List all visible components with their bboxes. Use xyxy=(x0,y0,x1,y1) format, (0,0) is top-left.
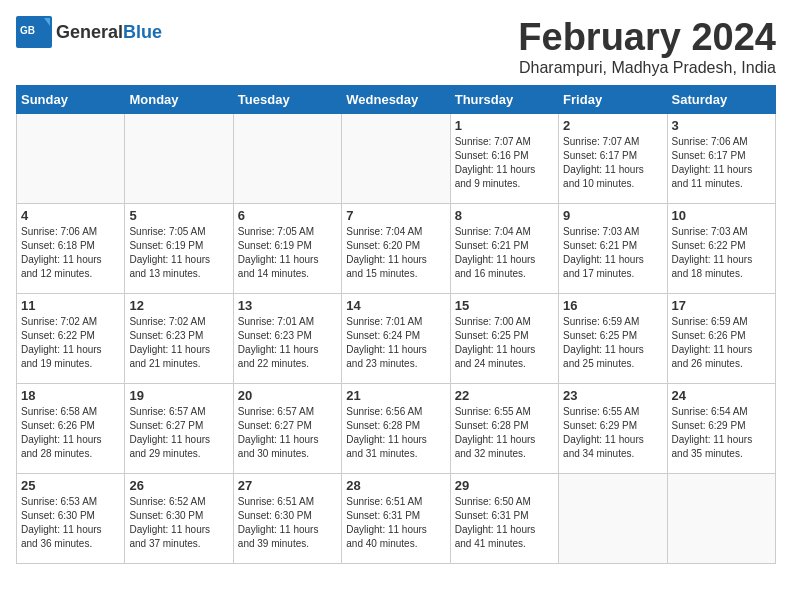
calendar-day-cell: 29Sunrise: 6:50 AM Sunset: 6:31 PM Dayli… xyxy=(450,474,558,564)
calendar-week-row: 25Sunrise: 6:53 AM Sunset: 6:30 PM Dayli… xyxy=(17,474,776,564)
day-info: Sunrise: 7:07 AM Sunset: 6:17 PM Dayligh… xyxy=(563,135,662,191)
day-number: 9 xyxy=(563,208,662,223)
calendar-week-row: 1Sunrise: 7:07 AM Sunset: 6:16 PM Daylig… xyxy=(17,114,776,204)
weekday-header-cell: Wednesday xyxy=(342,86,450,114)
day-info: Sunrise: 6:51 AM Sunset: 6:31 PM Dayligh… xyxy=(346,495,445,551)
day-number: 7 xyxy=(346,208,445,223)
day-number: 2 xyxy=(563,118,662,133)
calendar-day-cell: 15Sunrise: 7:00 AM Sunset: 6:25 PM Dayli… xyxy=(450,294,558,384)
calendar-day-cell: 8Sunrise: 7:04 AM Sunset: 6:21 PM Daylig… xyxy=(450,204,558,294)
calendar-day-cell xyxy=(233,114,341,204)
day-number: 3 xyxy=(672,118,771,133)
day-info: Sunrise: 6:57 AM Sunset: 6:27 PM Dayligh… xyxy=(129,405,228,461)
calendar-day-cell: 4Sunrise: 7:06 AM Sunset: 6:18 PM Daylig… xyxy=(17,204,125,294)
weekday-header-cell: Thursday xyxy=(450,86,558,114)
weekday-header-cell: Friday xyxy=(559,86,667,114)
day-number: 19 xyxy=(129,388,228,403)
day-number: 4 xyxy=(21,208,120,223)
calendar-week-row: 4Sunrise: 7:06 AM Sunset: 6:18 PM Daylig… xyxy=(17,204,776,294)
day-number: 21 xyxy=(346,388,445,403)
day-number: 23 xyxy=(563,388,662,403)
day-info: Sunrise: 6:55 AM Sunset: 6:28 PM Dayligh… xyxy=(455,405,554,461)
day-number: 15 xyxy=(455,298,554,313)
day-info: Sunrise: 7:03 AM Sunset: 6:22 PM Dayligh… xyxy=(672,225,771,281)
calendar-day-cell xyxy=(125,114,233,204)
calendar-day-cell: 19Sunrise: 6:57 AM Sunset: 6:27 PM Dayli… xyxy=(125,384,233,474)
day-number: 16 xyxy=(563,298,662,313)
calendar-day-cell: 6Sunrise: 7:05 AM Sunset: 6:19 PM Daylig… xyxy=(233,204,341,294)
calendar-day-cell: 27Sunrise: 6:51 AM Sunset: 6:30 PM Dayli… xyxy=(233,474,341,564)
day-info: Sunrise: 6:59 AM Sunset: 6:26 PM Dayligh… xyxy=(672,315,771,371)
day-number: 1 xyxy=(455,118,554,133)
day-number: 26 xyxy=(129,478,228,493)
day-number: 22 xyxy=(455,388,554,403)
calendar-day-cell: 26Sunrise: 6:52 AM Sunset: 6:30 PM Dayli… xyxy=(125,474,233,564)
day-number: 5 xyxy=(129,208,228,223)
calendar-day-cell: 13Sunrise: 7:01 AM Sunset: 6:23 PM Dayli… xyxy=(233,294,341,384)
day-info: Sunrise: 7:00 AM Sunset: 6:25 PM Dayligh… xyxy=(455,315,554,371)
page-header: GB General Blue February 2024 Dharampuri… xyxy=(16,16,776,77)
calendar-day-cell: 3Sunrise: 7:06 AM Sunset: 6:17 PM Daylig… xyxy=(667,114,775,204)
day-info: Sunrise: 7:07 AM Sunset: 6:16 PM Dayligh… xyxy=(455,135,554,191)
calendar-day-cell: 17Sunrise: 6:59 AM Sunset: 6:26 PM Dayli… xyxy=(667,294,775,384)
day-info: Sunrise: 7:05 AM Sunset: 6:19 PM Dayligh… xyxy=(238,225,337,281)
calendar-day-cell xyxy=(559,474,667,564)
calendar-day-cell: 28Sunrise: 6:51 AM Sunset: 6:31 PM Dayli… xyxy=(342,474,450,564)
logo-icon: GB xyxy=(16,16,52,48)
day-number: 28 xyxy=(346,478,445,493)
day-number: 25 xyxy=(21,478,120,493)
calendar-day-cell: 16Sunrise: 6:59 AM Sunset: 6:25 PM Dayli… xyxy=(559,294,667,384)
weekday-header-cell: Monday xyxy=(125,86,233,114)
day-info: Sunrise: 6:54 AM Sunset: 6:29 PM Dayligh… xyxy=(672,405,771,461)
day-number: 24 xyxy=(672,388,771,403)
day-info: Sunrise: 7:02 AM Sunset: 6:23 PM Dayligh… xyxy=(129,315,228,371)
day-info: Sunrise: 6:55 AM Sunset: 6:29 PM Dayligh… xyxy=(563,405,662,461)
day-info: Sunrise: 6:57 AM Sunset: 6:27 PM Dayligh… xyxy=(238,405,337,461)
day-number: 29 xyxy=(455,478,554,493)
day-info: Sunrise: 7:02 AM Sunset: 6:22 PM Dayligh… xyxy=(21,315,120,371)
calendar-day-cell: 14Sunrise: 7:01 AM Sunset: 6:24 PM Dayli… xyxy=(342,294,450,384)
weekday-header-cell: Saturday xyxy=(667,86,775,114)
day-number: 17 xyxy=(672,298,771,313)
day-number: 11 xyxy=(21,298,120,313)
logo: GB General Blue xyxy=(16,16,162,48)
calendar-day-cell: 5Sunrise: 7:05 AM Sunset: 6:19 PM Daylig… xyxy=(125,204,233,294)
day-info: Sunrise: 7:04 AM Sunset: 6:21 PM Dayligh… xyxy=(455,225,554,281)
day-number: 20 xyxy=(238,388,337,403)
calendar-table: SundayMondayTuesdayWednesdayThursdayFrid… xyxy=(16,85,776,564)
weekday-header-cell: Sunday xyxy=(17,86,125,114)
day-info: Sunrise: 6:52 AM Sunset: 6:30 PM Dayligh… xyxy=(129,495,228,551)
calendar-day-cell: 10Sunrise: 7:03 AM Sunset: 6:22 PM Dayli… xyxy=(667,204,775,294)
day-info: Sunrise: 7:01 AM Sunset: 6:23 PM Dayligh… xyxy=(238,315,337,371)
calendar-day-cell xyxy=(667,474,775,564)
calendar-body: 1Sunrise: 7:07 AM Sunset: 6:16 PM Daylig… xyxy=(17,114,776,564)
day-info: Sunrise: 6:53 AM Sunset: 6:30 PM Dayligh… xyxy=(21,495,120,551)
calendar-week-row: 18Sunrise: 6:58 AM Sunset: 6:26 PM Dayli… xyxy=(17,384,776,474)
calendar-day-cell: 25Sunrise: 6:53 AM Sunset: 6:30 PM Dayli… xyxy=(17,474,125,564)
calendar-day-cell: 7Sunrise: 7:04 AM Sunset: 6:20 PM Daylig… xyxy=(342,204,450,294)
day-number: 6 xyxy=(238,208,337,223)
day-number: 13 xyxy=(238,298,337,313)
day-number: 10 xyxy=(672,208,771,223)
day-info: Sunrise: 7:03 AM Sunset: 6:21 PM Dayligh… xyxy=(563,225,662,281)
calendar-day-cell: 18Sunrise: 6:58 AM Sunset: 6:26 PM Dayli… xyxy=(17,384,125,474)
day-info: Sunrise: 6:58 AM Sunset: 6:26 PM Dayligh… xyxy=(21,405,120,461)
calendar-day-cell: 24Sunrise: 6:54 AM Sunset: 6:29 PM Dayli… xyxy=(667,384,775,474)
calendar-day-cell: 12Sunrise: 7:02 AM Sunset: 6:23 PM Dayli… xyxy=(125,294,233,384)
location-title: Dharampuri, Madhya Pradesh, India xyxy=(518,59,776,77)
day-number: 27 xyxy=(238,478,337,493)
day-info: Sunrise: 7:05 AM Sunset: 6:19 PM Dayligh… xyxy=(129,225,228,281)
day-info: Sunrise: 6:51 AM Sunset: 6:30 PM Dayligh… xyxy=(238,495,337,551)
calendar-day-cell: 2Sunrise: 7:07 AM Sunset: 6:17 PM Daylig… xyxy=(559,114,667,204)
day-number: 18 xyxy=(21,388,120,403)
calendar-week-row: 11Sunrise: 7:02 AM Sunset: 6:22 PM Dayli… xyxy=(17,294,776,384)
day-number: 8 xyxy=(455,208,554,223)
calendar-day-cell xyxy=(17,114,125,204)
calendar-day-cell: 23Sunrise: 6:55 AM Sunset: 6:29 PM Dayli… xyxy=(559,384,667,474)
title-area: February 2024 Dharampuri, Madhya Pradesh… xyxy=(518,16,776,77)
day-info: Sunrise: 7:04 AM Sunset: 6:20 PM Dayligh… xyxy=(346,225,445,281)
day-info: Sunrise: 7:01 AM Sunset: 6:24 PM Dayligh… xyxy=(346,315,445,371)
day-info: Sunrise: 6:59 AM Sunset: 6:25 PM Dayligh… xyxy=(563,315,662,371)
logo-blue-text: Blue xyxy=(123,22,162,43)
svg-text:GB: GB xyxy=(20,25,35,36)
